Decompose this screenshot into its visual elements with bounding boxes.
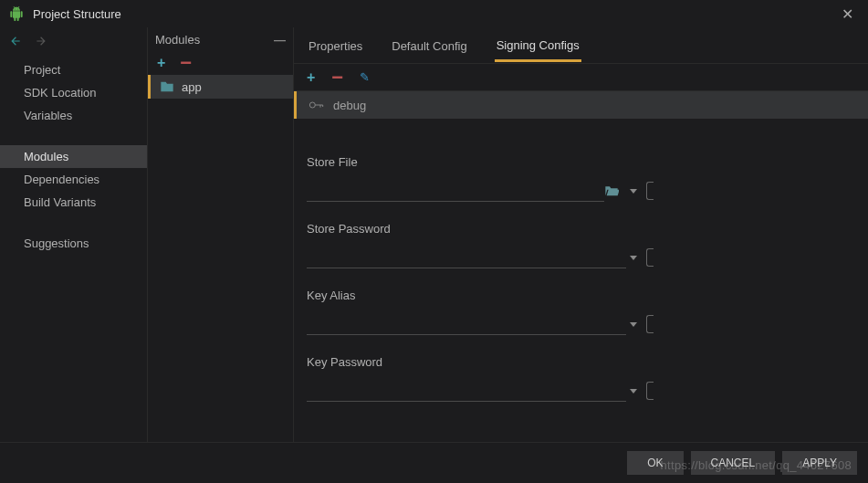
android-icon xyxy=(9,6,24,21)
back-arrow-icon[interactable] xyxy=(9,35,22,47)
note-marker-icon xyxy=(646,382,654,400)
browse-folder-icon[interactable] xyxy=(604,184,619,197)
sidebar-item-build-variants[interactable]: Build Variants xyxy=(0,191,147,214)
key-alias-input[interactable] xyxy=(307,313,626,335)
forward-arrow-icon[interactable] xyxy=(35,35,47,47)
content-area: Properties Default Config Signing Config… xyxy=(294,27,868,442)
close-icon[interactable]: ✕ xyxy=(836,5,859,23)
config-item-debug[interactable]: debug xyxy=(294,91,868,119)
sidebar-item-modules[interactable]: Modules xyxy=(0,145,147,168)
note-marker-icon xyxy=(646,315,654,333)
store-password-label: Store Password xyxy=(307,222,855,236)
note-marker-icon xyxy=(646,248,654,267)
store-file-input[interactable] xyxy=(307,180,604,202)
folder-icon xyxy=(160,80,174,93)
modules-panel: Modules — + − app xyxy=(148,27,294,442)
modules-header-label: Modules xyxy=(155,33,200,47)
ok-button[interactable]: OK xyxy=(627,451,683,475)
config-name: debug xyxy=(333,99,366,112)
key-icon xyxy=(309,100,324,110)
remove-module-icon[interactable]: − xyxy=(180,57,192,68)
tab-signing-configs[interactable]: Signing Configs xyxy=(495,29,581,62)
key-password-dropdown-icon[interactable] xyxy=(630,389,637,394)
add-config-icon[interactable]: + xyxy=(307,70,315,85)
key-alias-dropdown-icon[interactable] xyxy=(630,322,637,327)
tab-default-config[interactable]: Default Config xyxy=(390,30,468,60)
store-file-label: Store File xyxy=(307,155,855,169)
note-marker-icon xyxy=(646,182,654,200)
edit-config-icon[interactable]: ✎ xyxy=(360,70,370,84)
key-password-label: Key Password xyxy=(307,355,855,369)
collapse-icon[interactable]: — xyxy=(274,33,286,47)
tab-properties[interactable]: Properties xyxy=(307,30,364,60)
key-alias-label: Key Alias xyxy=(307,289,855,302)
module-name: app xyxy=(182,80,202,94)
svg-point-0 xyxy=(309,102,315,108)
cancel-button[interactable]: CANCEL xyxy=(691,451,776,475)
store-password-dropdown-icon[interactable] xyxy=(630,256,637,260)
sidebar-item-project[interactable]: Project xyxy=(0,58,147,81)
remove-config-icon[interactable]: − xyxy=(331,71,343,83)
sidebar-item-dependencies[interactable]: Dependencies xyxy=(0,168,147,191)
sidebar-item-suggestions[interactable]: Suggestions xyxy=(0,232,147,255)
store-password-input[interactable] xyxy=(307,247,626,268)
apply-button[interactable]: APPLY xyxy=(782,451,857,475)
key-password-input[interactable] xyxy=(307,380,626,402)
left-sidebar: Project SDK Location Variables Modules D… xyxy=(0,27,148,442)
add-module-icon[interactable]: + xyxy=(157,56,165,70)
store-file-dropdown-icon[interactable] xyxy=(630,189,637,194)
window-title: Project Structure xyxy=(33,7,836,21)
module-item-app[interactable]: app xyxy=(148,75,293,99)
sidebar-item-variables[interactable]: Variables xyxy=(0,104,147,127)
sidebar-item-sdk-location[interactable]: SDK Location xyxy=(0,81,147,104)
